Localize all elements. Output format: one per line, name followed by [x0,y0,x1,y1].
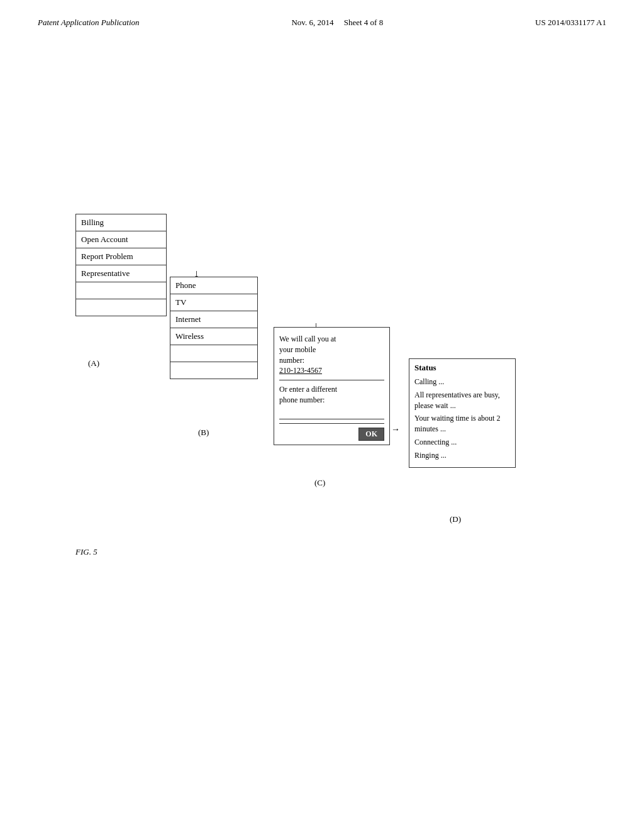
panel-c-divider-2 [279,423,384,424]
enter-text: Or enter a different phone number: [279,384,384,406]
menu-item-b-empty-1 [170,345,258,362]
status-busy: All representatives are busy, please wai… [414,390,510,411]
panel-d: Status Calling ... All representatives a… [409,358,516,468]
menu-item-empty-1 [75,282,167,299]
fig-label: FIG. 5 [75,547,97,557]
phone-number: 210-123-4567 [279,366,322,375]
header-sheet: Sheet 4 of 8 [344,18,383,27]
menu-item-billing[interactable]: Billing [75,214,167,231]
status-connecting: Connecting ... [414,437,510,448]
panel-c-divider [279,380,384,380]
menu-item-tv[interactable]: TV [170,294,258,311]
menu-item-b-empty-2 [170,362,258,379]
arrow-c-to-d: → [391,424,400,434]
status-ringing: Ringing ... [414,450,510,461]
panel-a: Billing Open Account Report Problem Repr… [75,214,167,316]
status-title: Status [414,363,510,373]
menu-item-phone[interactable]: Phone [170,277,258,294]
label-a: (A) [88,358,99,368]
header-patent-number: US 2014/0331177 A1 [535,18,606,28]
panel-c: We will call you at your mobile number: … [274,327,390,445]
label-d: (D) [450,514,461,524]
header-date-sheet: Nov. 6, 2014 Sheet 4 of 8 [291,18,383,28]
menu-item-report-problem[interactable]: Report Problem [75,248,167,265]
status-calling: Calling ... [414,377,510,387]
header-publication-label: Patent Application Publication [38,18,140,28]
menu-item-internet[interactable]: Internet [170,311,258,328]
phone-input-line[interactable] [279,408,384,419]
ok-row: OK [279,428,384,441]
diagram-area: Billing Open Account Report Problem Repr… [38,214,604,654]
panel-b: Phone TV Internet Wireless [170,277,258,379]
menu-item-representative[interactable]: Representative [75,265,167,282]
header-date: Nov. 6, 2014 [291,18,333,27]
menu-item-open-account[interactable]: Open Account [75,231,167,248]
menu-item-empty-2 [75,299,167,316]
label-c: (C) [314,478,325,488]
page-header: Patent Application Publication Nov. 6, 2… [0,0,644,28]
call-text: We will call you at your mobile number: … [279,334,384,376]
menu-item-wireless[interactable]: Wireless [170,328,258,345]
status-waiting: Your waiting time is about 2 minutes ... [414,413,510,434]
ok-button[interactable]: OK [358,428,384,441]
label-b: (B) [198,428,209,438]
